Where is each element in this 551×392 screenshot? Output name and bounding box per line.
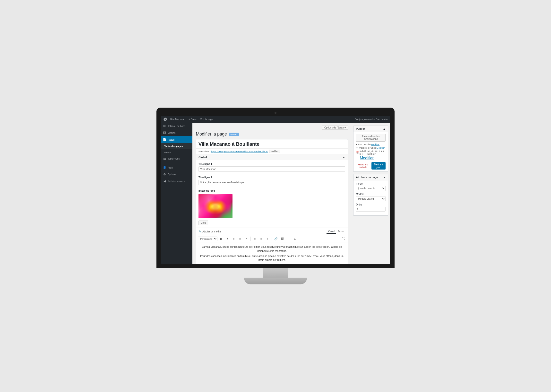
- date-value: 30 juin 2017 à 8 h 24 min: [367, 150, 386, 155]
- field2-label: Titre ligne 2: [198, 176, 345, 179]
- options-bar: Options de l'écran ▾: [196, 126, 348, 130]
- admin-bar-user: Bonjour, Alexandra Brechemier: [355, 118, 388, 121]
- model-select[interactable]: Modèle Listing: [356, 196, 386, 201]
- sidebar-add-label: Ajouter: [164, 151, 172, 153]
- content-line-3: La propriété est fermée par un portail é…: [198, 263, 345, 264]
- fullscreen-button[interactable]: ⛶: [340, 236, 346, 241]
- wp-logo-icon[interactable]: [163, 117, 168, 122]
- image-section: Image de fond Crop: [198, 189, 345, 225]
- sidebar-subitem-add[interactable]: Ajouter: [161, 149, 192, 155]
- order-input[interactable]: [356, 207, 386, 212]
- view-tabs: Visuel Texte: [327, 230, 345, 234]
- editor-toolbar: Paragraphe B I ≡ ≡ ❝ ≡ ≡: [196, 235, 348, 242]
- publish-collapse-icon: ▲: [383, 127, 386, 130]
- main-content: Options de l'écran ▾ Modifier la page Aj…: [192, 123, 351, 264]
- sidebar-item-media[interactable]: 🖼 Médias: [161, 129, 192, 136]
- meta-box-header[interactable]: Global ▲: [196, 154, 348, 160]
- state-link[interactable]: Modifier: [371, 143, 379, 146]
- publish-actions: Mettre à la corbeille Mettre à jour: [356, 162, 386, 170]
- sidebar-item-profile[interactable]: 👤 Profil: [161, 164, 192, 171]
- visibility-link[interactable]: Modifier: [377, 146, 385, 149]
- ul-button[interactable]: ≡: [231, 236, 236, 241]
- field2-section: Titre ligne 2: [198, 176, 345, 187]
- admin-bar-items: Gite Macanao + Créer Voir la page: [169, 118, 355, 121]
- quote-button[interactable]: ❝: [244, 236, 249, 241]
- update-button[interactable]: Mettre à jour: [371, 162, 386, 170]
- status-row: ● État : Publié Modifier: [356, 143, 386, 146]
- admin-bar-create[interactable]: + Créer: [187, 118, 198, 121]
- page-break-button[interactable]: ⊟: [292, 236, 298, 241]
- options-screen-button[interactable]: Options de l'écran ▾: [322, 126, 348, 130]
- align-right-button[interactable]: ≡: [265, 236, 270, 241]
- more-button[interactable]: —: [286, 236, 291, 241]
- page-attributes-content: Parent (pas de parent) Modèle Modèle Lis…: [353, 180, 388, 215]
- model-field-group: Modèle Modèle Listing: [356, 193, 386, 201]
- sidebar: ⊞ Tableau de bord 🖼 Médias 📄 Pages Toute…: [161, 123, 192, 264]
- page-attributes-title: Attributs de page: [356, 176, 378, 179]
- permalink-row: Permalien : https://www.gite-macanao.com…: [196, 149, 348, 154]
- tab-visual[interactable]: Visuel: [327, 230, 336, 234]
- permalink-edit-button[interactable]: Modifier: [269, 150, 280, 153]
- sidebar-item-tablepress[interactable]: ▦ TablePress: [161, 155, 192, 162]
- parent-select[interactable]: (pas de parent): [356, 186, 386, 191]
- monitor-stand-neck: [263, 268, 288, 278]
- preview-button[interactable]: Prévisualiser les modifications: [356, 134, 386, 142]
- image-label: Image de fond: [198, 189, 345, 192]
- reduce-icon: ◀: [163, 179, 166, 183]
- field2-input[interactable]: [198, 180, 345, 185]
- tab-text[interactable]: Texte: [336, 230, 345, 234]
- editor-content-area[interactable]: La villa Macanao, située sur les hauteur…: [196, 242, 348, 264]
- admin-bar-view-page[interactable]: Voir la page: [199, 118, 215, 121]
- field1-section: Titre ligne 1: [198, 163, 345, 174]
- right-sidebar: Publier ▲ Prévisualiser les modification…: [351, 123, 390, 264]
- sidebar-item-pages[interactable]: 📄 Pages: [161, 136, 192, 143]
- eye-icon: 👁: [356, 146, 358, 149]
- add-media-button[interactable]: 📎 Ajouter un média: [198, 230, 221, 233]
- parent-label: Parent: [356, 182, 386, 185]
- monitor-wrapper: Gite Macanao + Créer Voir la page Bonjou…: [156, 108, 395, 284]
- state-label: État :: [358, 143, 363, 146]
- editor-card: Permalien : https://www.gite-macanao.com…: [196, 139, 348, 264]
- admin-bar-site[interactable]: Gite Macanao: [169, 118, 187, 121]
- toolbar-separator-1: [250, 237, 251, 241]
- date-link[interactable]: Modifier: [360, 156, 374, 160]
- link-button[interactable]: 🔗: [273, 236, 279, 241]
- sidebar-divider: [161, 163, 192, 163]
- sidebar-item-reduce[interactable]: ◀ Réduire le menu: [161, 178, 192, 185]
- monitor-stand-base: [244, 278, 307, 284]
- flower-image: [198, 194, 232, 218]
- publish-box: Publier ▲ Prévisualiser les modification…: [353, 126, 388, 172]
- profile-icon: 👤: [163, 166, 166, 169]
- order-label: Ordre: [356, 203, 386, 206]
- options-icon: ⚙: [163, 173, 166, 176]
- media-icon: 🖼: [163, 131, 166, 135]
- publish-box-header[interactable]: Publier ▲: [353, 126, 388, 132]
- add-media-label: Ajouter un média: [202, 230, 221, 233]
- field1-input[interactable]: [198, 166, 345, 172]
- add-badge: Ajouter: [229, 133, 239, 136]
- post-title-input[interactable]: [198, 141, 345, 147]
- visibility-value: Public: [370, 146, 376, 149]
- sidebar-subitem-all-pages[interactable]: Toutes les pages: [161, 143, 192, 149]
- meta-box-collapse-icon: ▲: [343, 156, 345, 159]
- state-icon: ●: [356, 143, 357, 146]
- content-line-2: Pour des vacances inoubliables en famill…: [198, 254, 345, 262]
- bold-button[interactable]: B: [218, 236, 224, 241]
- align-left-button[interactable]: ≡: [252, 236, 258, 241]
- paragraph-select[interactable]: Paragraphe: [198, 237, 217, 241]
- crop-button[interactable]: Crop: [198, 221, 208, 225]
- trash-button[interactable]: Mettre à la corbeille: [356, 162, 370, 170]
- visibility-label: Visibilité :: [359, 146, 369, 149]
- permalink-link[interactable]: https://www.gite-macanao.com/villa-macan…: [211, 150, 268, 153]
- camera-icon: [275, 112, 276, 114]
- date-label: Publié le :: [360, 150, 367, 155]
- italic-button[interactable]: I: [225, 236, 230, 241]
- image-button[interactable]: 🖼: [280, 236, 285, 241]
- sidebar-reduce-label: Réduire le menu: [168, 180, 185, 183]
- page-attributes-header[interactable]: Attributs de page ▲: [353, 174, 388, 180]
- ol-button[interactable]: ≡: [237, 236, 243, 241]
- sidebar-profile-label: Profil: [168, 166, 173, 169]
- sidebar-item-dashboard[interactable]: ⊞ Tableau de bord: [161, 123, 192, 129]
- align-center-button[interactable]: ≡: [258, 236, 264, 241]
- sidebar-item-options[interactable]: ⚙ Options: [161, 171, 192, 178]
